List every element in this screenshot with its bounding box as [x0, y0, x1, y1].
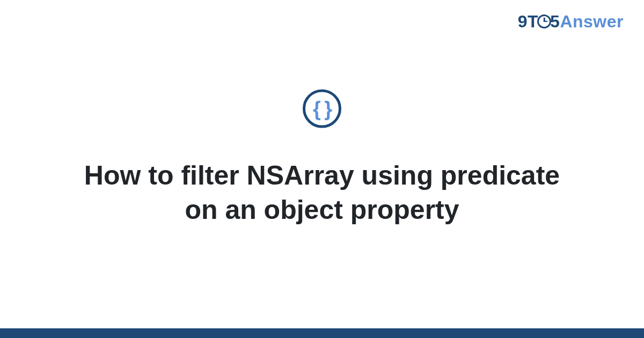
category-badge: { }: [303, 90, 341, 128]
content-center: { } How to filter NSArray using predicat…: [0, 90, 644, 227]
clock-icon: [537, 14, 551, 28]
logo-t: T: [528, 12, 538, 31]
code-braces-icon: { }: [313, 99, 331, 119]
logo-answer: Answer: [560, 12, 624, 31]
footer-accent-bar: [0, 328, 644, 338]
logo-five: 5: [550, 12, 560, 31]
site-logo: 9T5Answer: [518, 12, 624, 32]
logo-nine: 9: [518, 12, 528, 31]
page-title: How to filter NSArray using predicate on…: [64, 158, 580, 227]
